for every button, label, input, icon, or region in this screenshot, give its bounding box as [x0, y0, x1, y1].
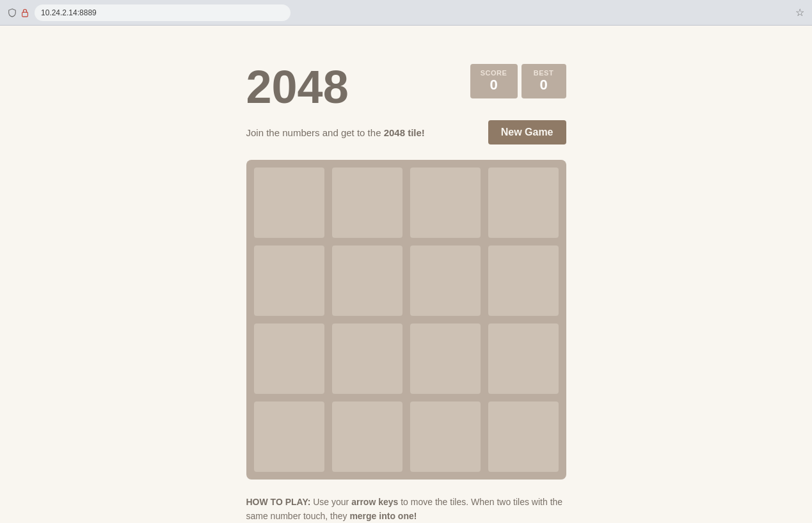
- score-value: 0: [481, 77, 507, 93]
- tile-cell: [410, 246, 481, 316]
- shield-icon: [8, 8, 17, 17]
- new-game-button[interactable]: New Game: [488, 120, 566, 144]
- game-header: 2048 SCORE 0 BEST 0: [246, 64, 566, 110]
- how-to-play-heading: HOW TO PLAY:: [246, 497, 311, 507]
- tile-cell: [332, 324, 402, 394]
- how-to-play-text1: Use your: [310, 497, 351, 507]
- how-to-play-arrow: arrow keys: [351, 497, 398, 507]
- address-text: 10.24.2.14:8889: [41, 8, 97, 17]
- best-box: BEST 0: [521, 64, 566, 98]
- best-label: BEST: [532, 69, 556, 77]
- browser-chrome: 10.24.2.14:8889 ☆: [0, 0, 812, 26]
- browser-controls: [8, 8, 29, 17]
- subtitle-plain: Join the numbers and get to the: [246, 127, 384, 138]
- how-to-play-merge: merge into one!: [349, 511, 417, 521]
- subtitle-bold: 2048 tile!: [384, 127, 425, 138]
- game-subtitle-row: Join the numbers and get to the 2048 til…: [246, 120, 566, 144]
- tile-cell: [254, 246, 324, 316]
- tile-cell: [332, 246, 402, 316]
- tile-cell: [410, 402, 481, 472]
- how-to-play: HOW TO PLAY: Use your arrow keys to move…: [246, 495, 566, 523]
- tile-cell: [488, 168, 559, 238]
- tile-cell: [332, 402, 402, 472]
- address-bar[interactable]: 10.24.2.14:8889: [35, 4, 291, 21]
- game-board: [246, 160, 566, 480]
- tile-cell: [410, 168, 481, 238]
- tile-cell: [488, 402, 559, 472]
- game-subtitle: Join the numbers and get to the 2048 til…: [246, 127, 425, 138]
- page-content: 2048 SCORE 0 BEST 0 Join the numbers and…: [0, 26, 812, 523]
- tile-cell: [488, 246, 559, 316]
- svg-rect-0: [22, 12, 28, 17]
- favorite-icon[interactable]: ☆: [795, 6, 804, 19]
- header-right: SCORE 0 BEST 0: [470, 64, 566, 98]
- tile-cell: [254, 324, 324, 394]
- game-container: 2048 SCORE 0 BEST 0 Join the numbers and…: [246, 64, 566, 523]
- tile-cell: [254, 168, 324, 238]
- best-value: 0: [532, 77, 556, 93]
- tile-cell: [410, 324, 481, 394]
- score-box: SCORE 0: [470, 64, 518, 98]
- tile-cell: [488, 324, 559, 394]
- tile-cell: [254, 402, 324, 472]
- lock-icon: [20, 8, 29, 17]
- tile-cell: [332, 168, 402, 238]
- score-boxes: SCORE 0 BEST 0: [470, 64, 566, 98]
- score-label: SCORE: [481, 69, 507, 77]
- game-title: 2048: [246, 64, 349, 110]
